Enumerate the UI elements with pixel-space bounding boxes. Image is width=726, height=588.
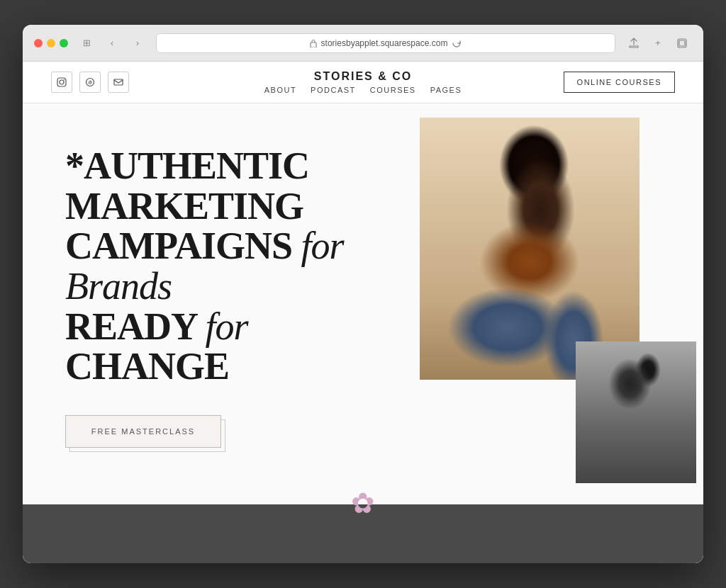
hero-content-area: *AUTHENTIC MARKETING CAMPAIGNS for Brand… xyxy=(23,103,703,504)
browser-chrome: ⊞ ‹ › storiesbyapplet.squarespace.com + xyxy=(23,25,703,62)
hero-left: *AUTHENTIC MARKETING CAMPAIGNS for Brand… xyxy=(23,103,406,504)
hero-main-photo xyxy=(420,118,640,380)
svg-point-5 xyxy=(64,79,65,81)
cta-wrapper: FREE MASTERCLASS xyxy=(65,415,370,448)
maximize-button[interactable] xyxy=(60,39,68,47)
site-header: STORIES & CO ABOUT PODCAST COURSES PAGES… xyxy=(23,62,703,103)
sidebar-toggle-button[interactable]: ⊞ xyxy=(77,33,96,53)
site-title: STORIES & CO xyxy=(264,70,462,83)
header-center: STORIES & CO ABOUT PODCAST COURSES PAGES xyxy=(264,70,462,94)
free-masterclass-button[interactable]: FREE MASTERCLASS xyxy=(65,415,221,448)
svg-rect-3 xyxy=(57,78,66,86)
nav-courses[interactable]: COURSES xyxy=(370,86,416,94)
nav-about[interactable]: ABOUT xyxy=(264,86,296,94)
instagram-button[interactable] xyxy=(51,72,72,93)
email-button[interactable] xyxy=(108,72,129,93)
headline-line1: *AUTHENTIC MARKETING xyxy=(65,145,309,227)
share-button[interactable] xyxy=(624,33,644,53)
refresh-icon xyxy=(452,38,462,48)
hero-headline: *AUTHENTIC MARKETING CAMPAIGNS for Brand… xyxy=(65,146,370,387)
headline-line3: READY for CHANGE xyxy=(65,305,248,388)
traffic-lights xyxy=(34,39,68,47)
close-button[interactable] xyxy=(34,39,43,47)
online-courses-button[interactable]: ONLINE COURSES xyxy=(564,72,675,93)
new-tab-button[interactable]: + xyxy=(648,33,668,53)
website-content: STORIES & CO ABOUT PODCAST COURSES PAGES… xyxy=(23,62,703,563)
pinterest-button[interactable] xyxy=(79,72,101,93)
minimize-button[interactable] xyxy=(47,39,55,47)
hero-container: *AUTHENTIC MARKETING CAMPAIGNS for Brand… xyxy=(23,103,703,563)
hero-secondary-photo xyxy=(576,341,696,483)
url-text: storiesbyapplet.squarespace.com xyxy=(321,38,448,48)
social-icons xyxy=(51,72,129,93)
nav-podcast[interactable]: PODCAST xyxy=(311,86,356,94)
browser-actions: + xyxy=(624,33,692,53)
address-bar[interactable]: storiesbyapplet.squarespace.com xyxy=(156,33,615,53)
headline-line2: CAMPAIGNS for Brands xyxy=(65,225,344,307)
svg-point-4 xyxy=(60,80,64,84)
svg-rect-7 xyxy=(114,79,123,85)
site-nav: ABOUT PODCAST COURSES PAGES xyxy=(264,86,462,94)
browser-window: ⊞ ‹ › storiesbyapplet.squarespace.com + xyxy=(23,25,703,563)
hero-right: AGENCY FOUNDER ANNE GORAN xyxy=(406,103,703,504)
nav-pages[interactable]: PAGES xyxy=(430,86,462,94)
lock-icon xyxy=(310,39,317,47)
forward-button[interactable]: › xyxy=(128,33,147,53)
svg-rect-0 xyxy=(311,43,316,47)
svg-rect-2 xyxy=(679,40,685,46)
tabs-button[interactable] xyxy=(672,33,692,53)
dark-footer-section: ✿ xyxy=(23,504,703,563)
back-button[interactable]: ‹ xyxy=(102,33,122,53)
browser-controls: ⊞ ‹ › xyxy=(77,33,147,53)
